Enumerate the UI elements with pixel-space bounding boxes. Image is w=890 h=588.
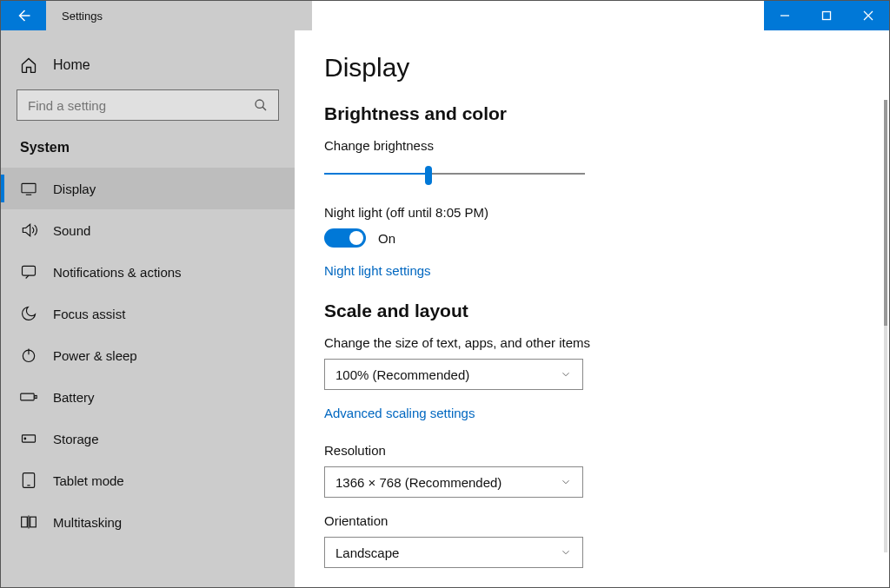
window-title: Settings xyxy=(46,1,118,30)
maximize-button[interactable] xyxy=(806,1,847,30)
sidebar-item-tablet-mode[interactable]: Tablet mode xyxy=(1,459,295,501)
back-button[interactable] xyxy=(1,1,46,30)
sidebar-item-storage[interactable]: Storage xyxy=(1,418,295,459)
scrollbar[interactable] xyxy=(884,100,887,552)
svg-point-8 xyxy=(24,438,26,439)
svg-rect-0 xyxy=(823,12,831,20)
sidebar-item-label: Sound xyxy=(53,223,90,238)
multitasking-icon xyxy=(20,513,37,531)
sidebar: Home System Display Sound Notifications … xyxy=(1,30,295,587)
focus-assist-icon xyxy=(20,305,37,322)
orientation-value: Landscape xyxy=(335,545,399,560)
window-controls xyxy=(764,1,889,30)
orientation-label: Orientation xyxy=(324,513,854,528)
sidebar-item-notifications[interactable]: Notifications & actions xyxy=(1,251,295,293)
sidebar-item-display[interactable]: Display xyxy=(1,168,295,209)
sidebar-item-label: Power & sleep xyxy=(53,348,137,363)
night-light-toggle[interactable] xyxy=(324,228,366,248)
sidebar-item-sound[interactable]: Sound xyxy=(1,209,295,251)
sidebar-item-label: Tablet mode xyxy=(53,473,124,488)
sidebar-item-label: Battery xyxy=(53,390,95,405)
power-icon xyxy=(20,347,37,364)
svg-point-1 xyxy=(256,100,263,108)
chevron-down-icon xyxy=(560,546,572,558)
sidebar-item-power-sleep[interactable]: Power & sleep xyxy=(1,334,295,376)
scale-label: Change the size of text, apps, and other… xyxy=(324,335,854,350)
sidebar-item-battery[interactable]: Battery xyxy=(1,376,295,418)
storage-icon xyxy=(20,430,37,447)
tablet-icon xyxy=(20,472,37,489)
section-scale-layout: Scale and layout xyxy=(324,301,854,321)
content-pane: Display Brightness and color Change brig… xyxy=(295,30,889,587)
sidebar-item-label: Storage xyxy=(53,432,99,446)
search-field[interactable] xyxy=(28,98,254,113)
svg-rect-5 xyxy=(21,393,34,400)
search-icon xyxy=(254,98,268,112)
sidebar-item-multitasking[interactable]: Multitasking xyxy=(1,501,295,543)
display-icon xyxy=(20,180,37,197)
brightness-slider[interactable] xyxy=(324,162,585,186)
sidebar-item-label: Focus assist xyxy=(53,307,125,321)
home-icon xyxy=(20,56,37,74)
night-light-label: Night light (off until 8:05 PM) xyxy=(324,205,854,220)
sound-icon xyxy=(20,221,37,239)
svg-rect-10 xyxy=(22,517,28,527)
home-button[interactable]: Home xyxy=(1,46,295,89)
close-button[interactable] xyxy=(847,1,889,30)
chevron-down-icon xyxy=(560,368,572,380)
advanced-scaling-link[interactable]: Advanced scaling settings xyxy=(324,406,475,420)
sidebar-item-focus-assist[interactable]: Focus assist xyxy=(1,293,295,334)
home-label: Home xyxy=(53,57,90,73)
minimize-button[interactable] xyxy=(764,1,806,30)
scale-value: 100% (Recommended) xyxy=(335,367,469,382)
titlebar: Settings xyxy=(1,1,889,30)
sidebar-item-label: Display xyxy=(53,182,96,196)
night-light-settings-link[interactable]: Night light settings xyxy=(324,263,431,278)
scale-dropdown[interactable]: 100% (Recommended) xyxy=(324,359,583,390)
search-input[interactable] xyxy=(17,89,279,121)
slider-thumb[interactable] xyxy=(425,166,432,185)
page-title: Display xyxy=(324,53,854,83)
notifications-icon xyxy=(20,263,37,281)
svg-rect-11 xyxy=(30,517,37,527)
resolution-dropdown[interactable]: 1366 × 768 (Recommended) xyxy=(324,466,583,498)
night-light-toggle-state: On xyxy=(378,231,395,246)
orientation-dropdown[interactable]: Landscape xyxy=(324,537,583,568)
sidebar-item-label: Multitasking xyxy=(53,515,122,530)
chevron-down-icon xyxy=(560,476,572,488)
svg-rect-2 xyxy=(22,183,36,192)
svg-rect-3 xyxy=(23,266,36,275)
resolution-label: Resolution xyxy=(324,443,854,458)
sidebar-item-label: Notifications & actions xyxy=(53,265,182,280)
battery-icon xyxy=(20,388,37,406)
change-brightness-label: Change brightness xyxy=(324,138,854,153)
svg-rect-6 xyxy=(35,395,37,398)
category-heading: System xyxy=(1,140,295,168)
section-brightness-color: Brightness and color xyxy=(324,103,854,124)
scrollbar-thumb[interactable] xyxy=(884,100,887,326)
resolution-value: 1366 × 768 (Recommended) xyxy=(335,475,501,490)
